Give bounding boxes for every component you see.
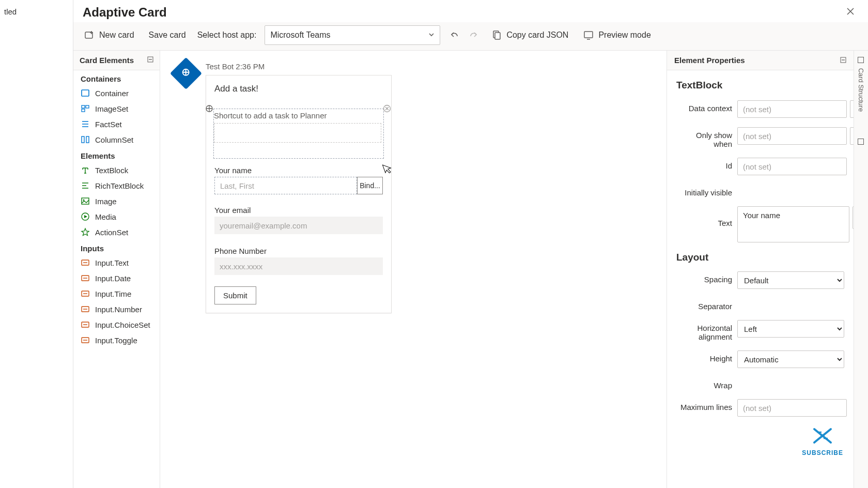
square-icon (858, 57, 864, 63)
card-structure-tab[interactable]: Card Structure (856, 54, 866, 115)
undo-button[interactable] (448, 29, 460, 41)
copy-json-label: Copy card JSON (506, 30, 568, 40)
phone-label[interactable]: Phone Number (214, 247, 383, 255)
doc-tab-strip: tled (0, 0, 73, 488)
properties-title: Element Properties (674, 56, 745, 65)
element-palette-label: Container (95, 89, 129, 98)
design-canvas[interactable]: Test Bot 2:36 PM Add a task! Shortc (160, 51, 667, 488)
remove-element-button[interactable] (382, 104, 392, 113)
submit-button[interactable]: Submit (214, 286, 256, 304)
svg-rect-10 (86, 136, 89, 143)
adaptive-card[interactable]: Add a task! Shortcut to add a task to Pl… (206, 75, 392, 313)
name-input[interactable] (214, 177, 357, 194)
element-palette-item[interactable]: Input.Toggle (73, 332, 160, 348)
element-palette-item[interactable]: Input.Text (73, 255, 160, 270)
element-palette-item[interactable]: ColumnSet (73, 132, 160, 147)
prop-label-spacing: Spacing (676, 271, 732, 284)
svg-rect-3 (584, 32, 593, 38)
element-type-icon (81, 304, 90, 314)
element-type-icon (81, 165, 90, 175)
prop-label-halign: Horizontal alignment (676, 320, 732, 341)
svg-rect-9 (82, 136, 84, 143)
host-app-label: Select host app: (197, 30, 257, 40)
doc-tab[interactable]: tled (0, 2, 21, 21)
element-palette-item[interactable]: Input.ChoiceSet (73, 317, 160, 332)
host-app-select[interactable]: Microsoft Teams (265, 25, 440, 45)
element-category: Containers (73, 70, 160, 85)
element-palette-label: Media (95, 212, 116, 221)
message-sender: Test Bot 2:36 PM (206, 62, 392, 71)
copy-json-button[interactable]: Copy card JSON (488, 27, 571, 43)
prop-datacontext-input[interactable] (737, 100, 847, 118)
collapse-properties-button[interactable] (840, 56, 846, 65)
element-type-icon (81, 104, 90, 113)
card-elements-header: Card Elements (73, 51, 160, 70)
prop-label-datacontext: Data context (676, 100, 732, 113)
element-palette-label: FactSet (95, 120, 122, 129)
minus-icon (147, 56, 153, 63)
drop-slot[interactable] (214, 123, 381, 143)
element-palette-label: TextBlock (95, 166, 128, 175)
element-palette-label: ColumnSet (95, 135, 133, 144)
prop-onlyshow-more[interactable]: ... (850, 127, 854, 145)
prop-onlyshow-input[interactable] (737, 127, 847, 145)
prop-id-input[interactable] (737, 158, 847, 175)
element-palette-item[interactable]: Image (73, 193, 160, 209)
copy-icon (491, 29, 502, 41)
element-type-icon (81, 273, 90, 283)
prop-label-wrap: Wrap (676, 377, 732, 390)
prop-datacontext-more[interactable]: ... (850, 100, 854, 118)
bot-avatar (170, 57, 202, 89)
element-palette-item[interactable]: FactSet (73, 116, 160, 132)
collapse-panel-button[interactable] (147, 56, 153, 64)
preview-mode-button[interactable]: Preview mode (580, 27, 654, 43)
square-icon (858, 139, 864, 145)
svg-rect-7 (86, 105, 89, 108)
email-input[interactable] (214, 217, 383, 234)
name-label[interactable]: Your name (214, 166, 383, 175)
prop-spacing-select[interactable]: Default (737, 271, 844, 289)
card-elements-panel: Card Elements ContainersContainerImageSe… (73, 51, 160, 488)
element-palette-item[interactable]: RichTextBlock (73, 178, 160, 193)
element-type-icon (81, 335, 90, 345)
element-palette-label: Input.Number (95, 305, 142, 314)
element-properties-panel: Element Properties TextBlock Data contex… (667, 51, 854, 488)
element-palette-label: Input.Toggle (95, 336, 137, 345)
email-label[interactable]: Your email (214, 206, 383, 215)
preview-icon (583, 29, 594, 41)
sample-data-tab[interactable] (856, 135, 866, 151)
element-type-icon (81, 289, 90, 298)
element-palette-item[interactable]: Media (73, 209, 160, 224)
element-type-icon (81, 320, 90, 329)
element-type-icon (81, 212, 90, 221)
phone-input[interactable] (214, 257, 383, 275)
element-palette-item[interactable]: ActionSet (73, 224, 160, 240)
prop-height-select[interactable]: Automatic (737, 350, 844, 368)
selected-textblock[interactable]: Shortcut to add a task to Planner (213, 109, 384, 159)
element-category: Elements (73, 147, 160, 162)
element-palette-label: Input.Text (95, 258, 129, 267)
bot-avatar-glyph (180, 67, 192, 81)
svg-rect-5 (82, 90, 89, 96)
drag-handle-icon[interactable] (205, 104, 214, 113)
prop-label-onlyshow: Only show when (676, 127, 732, 148)
element-palette-label: Input.Date (95, 274, 131, 283)
element-palette-item[interactable]: Input.Number (73, 301, 160, 317)
prop-halign-select[interactable]: Left (737, 320, 844, 338)
card-heading[interactable]: Add a task! (214, 84, 383, 94)
prop-label-initiallyvisible: Initially visible (676, 185, 732, 197)
preview-label: Preview mode (598, 30, 650, 40)
prop-maxlines-input[interactable] (737, 399, 847, 417)
new-card-button[interactable]: New card (81, 27, 137, 43)
bind-button[interactable]: Bind... (357, 177, 383, 194)
element-type-icon (81, 88, 90, 98)
close-button[interactable] (842, 4, 859, 20)
element-palette-item[interactable]: Container (73, 85, 160, 101)
svg-point-12 (83, 200, 85, 201)
element-palette-item[interactable]: Input.Date (73, 270, 160, 286)
element-palette-item[interactable]: TextBlock (73, 162, 160, 178)
element-palette-item[interactable]: ImageSet (73, 101, 160, 116)
element-palette-item[interactable]: Input.Time (73, 286, 160, 301)
prop-text-input[interactable] (737, 206, 849, 242)
save-card-button[interactable]: Save card (146, 28, 189, 42)
